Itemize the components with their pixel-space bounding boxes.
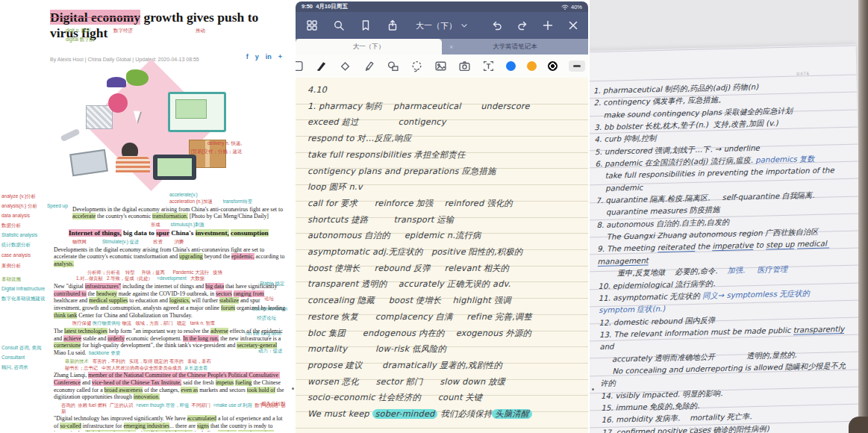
text-tool-icon[interactable] [482,60,495,72]
margin-note: 统计数据分析 [1,242,31,248]
text-run: analysts. [54,261,74,267]
text-run: 最新的技术 [65,358,88,364]
image-tool-icon[interactable] [434,60,447,72]
text-run: autonomous 自治的 epidemic n.流行病 [307,231,481,240]
text-run: stimulus(n.)刺激 [160,222,204,227]
article-byline: By Alexis Hooi | China Daily Global | Up… [50,57,199,62]
text-run: acceleration (n.)加速 [169,199,213,204]
text-run: 广泛的认识 [107,402,133,408]
text-run: 1. pharmaceutical 制药的,药品的(adj) 药物(n) [593,83,758,95]
stroke-thickness-selected[interactable] [569,60,585,72]
cart-shape [86,105,113,129]
text-run: said the fresh [181,379,215,386]
twitter-icon[interactable]: y [255,53,259,60]
margin-note: analyze (v.)分析 [1,193,36,199]
text-run: 消费 [163,239,184,244]
undo-icon[interactable] [491,19,503,31]
annotation-line: 咨询的 依赖 fuel 燃料 广泛的认识 =even though 尽管，即使 … [54,402,287,414]
notebook-title-dropdown[interactable]: 大一（下） [416,20,468,31]
paper-sheet: DATE 1. pharmaceutical 制药的,药品的(adj) 药物(n… [590,45,865,433]
text-run: loop 圆环 n.v [307,182,363,192]
color-swatch-black-selected[interactable] [548,61,558,71]
highlighter-tool-icon[interactable] [363,60,375,72]
margin-note: 数字化基础设施建设 [1,296,46,302]
text-run: 不同部门 [189,402,210,408]
text-run: =even though 尽管，即使 [133,402,189,408]
share-more-icon[interactable]: + [278,53,282,60]
text-run: backbone 脊梁 [87,350,120,355]
wifi-icon [561,4,569,10]
text-run: 医疗管理 [757,265,787,274]
text-run: 物联网 [72,239,87,244]
text-run: spur [156,229,169,237]
bookmark-icon[interactable] [360,19,372,31]
note-line: shortcuts 捷路 transport 运输 [307,212,585,228]
redo-icon[interactable] [516,19,528,31]
separator-dot [292,387,294,390]
margin-note: analysis(n.) 分析 [1,203,37,209]
color-swatch-orange[interactable] [527,61,537,71]
text-run: mortality low-risk 低风险的 [307,344,446,354]
text-run: exceed 超过 contigency [307,117,446,127]
text-run: will further [190,297,219,304]
text-run: organized by leading [235,305,287,311]
text-run: 物流 [121,320,131,325]
status-bar: 9:50 4月10日周五 40% [296,1,588,12]
pen-tool-icon[interactable] [315,60,328,72]
text-run: =make use of 利用 [210,402,252,408]
tab-notebook-current[interactable]: 大一（下） [296,39,442,54]
text-run: 4.10 [307,85,327,95]
search-icon[interactable] [333,19,345,31]
vegetable-shape [126,69,149,86]
social-bar: f y in + [246,53,282,60]
text-run: infrastructures" [85,283,121,290]
notebook-page[interactable]: 4.101. pharmacy 制药 pharmaceutical unders… [296,78,588,433]
person-body-shape [116,156,150,172]
text-run: infrastructure for [81,423,124,429]
article-paragraph: Zhang Lianqi, member of the National Com… [54,372,287,400]
text-run: 中国人民政治协商会议全国委员会成员 [98,365,181,370]
text-run: 疫情 [209,270,222,275]
note-line: call for 要求 reinforce 加强 reinfored 强化的 [307,196,585,212]
text-run: 大数据 [187,275,204,281]
article-paragraph: New "digital infrastructures" including … [54,283,287,319]
sidebar-icon[interactable] [296,60,304,72]
linkedin-icon[interactable]: in [266,53,272,60]
text-run: 1.对...做贡献 [76,275,103,281]
share-icon[interactable] [387,19,399,31]
notebook-edge [858,0,868,433]
text-run: to [753,241,766,249]
note-line: transparent 透明的 accurately 正确无误的 adv. [307,276,585,293]
text-run: accumulated [187,415,216,422]
text-run: sober-minded [372,409,438,419]
color-swatch-blue[interactable] [506,61,516,71]
notes-app-panel: 9:50 4月10日周五 40% 大一（下） [291,0,590,433]
text-run: 1. pharmacy 制药 pharmaceutical underscore [307,102,530,111]
close-pen-mode-icon[interactable] [567,19,579,31]
figure-shape [108,93,128,113]
text-run: China's [169,229,196,237]
text-run: socio-economic 社会经济的 count 关键 [307,393,482,402]
margin-note: digital 数字的 [66,37,94,43]
text-run: 13. The relevant information must be mad… [599,326,793,339]
lasso-tool-icon[interactable] [410,60,423,72]
text-run: pandemics 复数 [755,155,814,164]
tab-notebook-english[interactable]: × 大学英语笔记本 [442,39,588,54]
text-run: traditional industries, [143,430,193,432]
add-page-icon[interactable] [542,19,554,31]
tab-close-icon[interactable]: × [449,43,453,51]
eraser-tool-icon[interactable] [339,60,352,72]
text-run: stable and [81,335,107,342]
camera-tool-icon[interactable] [458,60,471,72]
text-run: worsen 恶化 sector 部门 slow down 放缓 [307,377,505,387]
shapes-tool-icon[interactable] [387,60,399,72]
note-line: propose 建议 dramatically 显著的,戏剧性的 [307,358,585,374]
text-run: according to [255,253,287,260]
text-run: transformation, [238,430,274,432]
facebook-icon[interactable]: f [246,53,249,60]
thumbnails-grid-icon[interactable] [306,19,318,31]
text-run: 16. morbidity 发病率. mortality 死亡率. [602,412,752,424]
text-run: headway [96,290,117,297]
screen-shape [175,99,207,119]
annotation-line: 物联网 Stimulate(v.) 促进 投资 消费 [54,239,287,245]
